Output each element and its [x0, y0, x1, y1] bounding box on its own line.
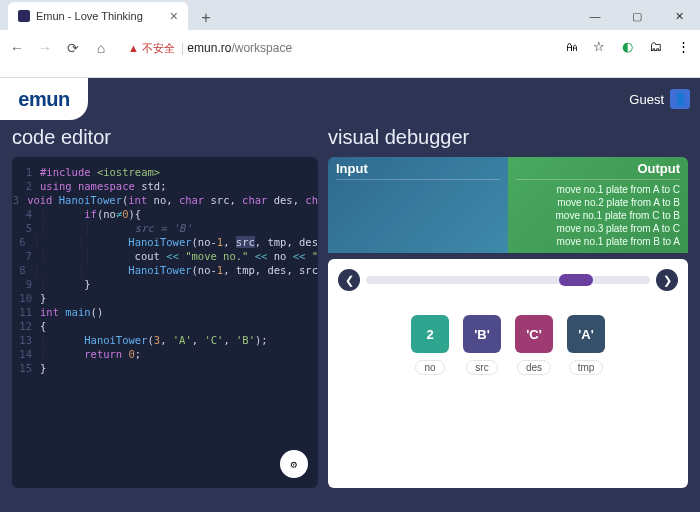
user-menu[interactable]: Guest 👤 — [629, 89, 690, 109]
code-line[interactable]: 9│ } — [12, 277, 318, 291]
variable-name: tmp — [569, 360, 604, 375]
code-line[interactable]: 8│ │ HanoiTower(no-1, tmp, des, src — [12, 263, 318, 277]
step-forward-button[interactable]: ❯ — [656, 269, 678, 291]
tab-title: Emun - Love Thinking — [36, 10, 170, 22]
gear-icon: ⚙ — [291, 458, 297, 470]
user-label: Guest — [629, 92, 664, 107]
variable-chip: 'B'src — [463, 315, 501, 375]
input-panel: Input — [328, 157, 508, 253]
output-line: move no.3 plate from A to C — [516, 222, 680, 235]
url-path: /workspace — [231, 41, 292, 55]
code-editor[interactable]: 1#include <iostream>2using namespace std… — [12, 157, 318, 488]
browser-tab[interactable]: Emun - Love Thinking × — [8, 2, 188, 30]
code-line[interactable]: 13│ HanoiTower(3, 'A', 'C', 'B'); — [12, 333, 318, 347]
editor-settings-button[interactable]: ⚙ — [280, 450, 308, 478]
output-line: move no.2 plate from A to B — [516, 196, 680, 209]
extension-icon[interactable]: ◐ — [618, 39, 636, 57]
variable-value: 'B' — [463, 315, 501, 353]
logo-container[interactable]: emun — [0, 78, 88, 120]
logo-text: emun — [18, 88, 69, 111]
code-line[interactable]: 12{ — [12, 319, 318, 333]
code-line[interactable]: 6│ │ HanoiTower(no-1, src, tmp, des — [12, 235, 318, 249]
reload-icon[interactable]: ⟳ — [64, 40, 82, 56]
output-line: move no.1 plate from A to C — [516, 183, 680, 196]
favicon — [18, 10, 30, 22]
output-panel: Output move no.1 plate from A to Cmove n… — [508, 157, 688, 253]
url-field[interactable]: ▲ 不安全 | emun.ro/workspace — [120, 41, 552, 56]
insecure-badge: ▲ 不安全 — [128, 41, 175, 56]
browser-chrome: Emun - Love Thinking × + — ▢ ✕ ← → ⟳ ⌂ ▲… — [0, 0, 700, 78]
code-line[interactable]: 7│ │ cout << "move no." << no << " — [12, 249, 318, 263]
window-minimize-button[interactable]: — — [574, 2, 616, 30]
timeline-slider[interactable] — [366, 276, 650, 284]
code-line[interactable]: 1#include <iostream> — [12, 165, 318, 179]
code-line[interactable]: 2using namespace std; — [12, 179, 318, 193]
app: emun Guest 👤 code editor 1#include <iost… — [0, 78, 700, 512]
code-line[interactable]: 3void HanoiTower(int no, char src, char … — [12, 193, 318, 207]
output-label: Output — [516, 161, 680, 180]
variable-name: des — [517, 360, 551, 375]
clip-icon[interactable]: 🗂 — [646, 39, 664, 57]
titlebar: Emun - Love Thinking × + — ▢ ✕ — [0, 0, 700, 30]
url-host: emun.ro — [187, 41, 231, 55]
slider-knob[interactable] — [559, 274, 593, 286]
back-icon[interactable]: ← — [8, 40, 26, 56]
variable-chip: 'C'des — [515, 315, 553, 375]
code-line[interactable]: 4│ if(no≠0){ — [12, 207, 318, 221]
variable-chip: 'A'tmp — [567, 315, 605, 375]
address-bar: ← → ⟳ ⌂ ▲ 不安全 | emun.ro/workspace 🗛 ☆ ◐ … — [0, 30, 700, 66]
step-back-button[interactable]: ❮ — [338, 269, 360, 291]
app-topbar: emun Guest 👤 — [0, 78, 700, 120]
tab-close-icon[interactable]: × — [170, 8, 178, 24]
variable-name: no — [415, 360, 444, 375]
output-line: move no.1 plate from C to B — [516, 209, 680, 222]
code-line[interactable]: 10} — [12, 291, 318, 305]
new-tab-button[interactable]: + — [194, 6, 218, 30]
code-line[interactable]: 14│ return 0; — [12, 347, 318, 361]
bookmark-icon[interactable]: ☆ — [590, 39, 608, 57]
variable-name: src — [466, 360, 497, 375]
code-line[interactable]: 15} — [12, 361, 318, 375]
forward-icon[interactable]: → — [36, 40, 54, 56]
editor-title: code editor — [12, 126, 318, 149]
output-line: move no.1 plate from B to A — [516, 235, 680, 248]
window-close-button[interactable]: ✕ — [658, 2, 700, 30]
code-line[interactable]: 11int main() — [12, 305, 318, 319]
window-maximize-button[interactable]: ▢ — [616, 2, 658, 30]
menu-icon[interactable]: ⋮ — [674, 39, 692, 57]
home-icon[interactable]: ⌂ — [92, 40, 110, 56]
variable-value: 'A' — [567, 315, 605, 353]
variable-value: 2 — [411, 315, 449, 353]
variable-value: 'C' — [515, 315, 553, 353]
variable-chip: 2no — [411, 315, 449, 375]
input-label: Input — [336, 161, 500, 180]
translate-icon[interactable]: 🗛 — [562, 39, 580, 57]
debugger-title: visual debugger — [328, 126, 688, 149]
code-line[interactable]: 5│ │ src = 'B' — [12, 221, 318, 235]
visualization-panel: ❮ ❯ 2no'B'src'C'des'A'tmp — [328, 259, 688, 488]
user-avatar-icon: 👤 — [670, 89, 690, 109]
